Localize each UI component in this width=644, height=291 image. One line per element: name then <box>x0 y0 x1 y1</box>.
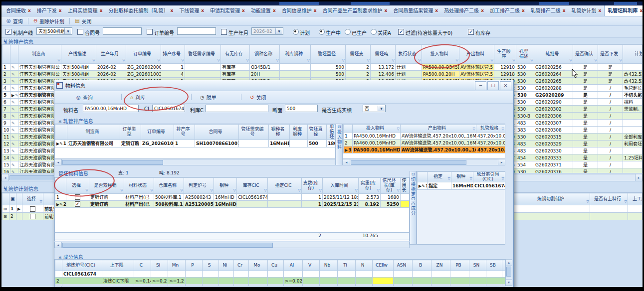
cell[interactable]: G26020308 <box>534 127 573 134</box>
cell[interactable] <box>55 271 62 278</box>
column-header[interactable]: S <box>203 260 219 271</box>
cell[interactable]: 457.20x10.00 <box>476 140 505 146</box>
filter-icon[interactable]: ▽ <box>246 59 249 63</box>
table-row[interactable]: CICL0561674 <box>55 271 506 278</box>
column-header[interactable]: Mo <box>249 260 268 271</box>
radio-plan[interactable] <box>293 29 299 35</box>
tab[interactable]: 分批取样委托编制〔轧管〕x <box>105 5 176 16</box>
chevron-down-icon[interactable]: ▼ <box>378 106 385 111</box>
column-header[interactable]: C <box>134 260 151 271</box>
column-header[interactable]: 钢种▽ <box>214 178 237 194</box>
smelt-filter-checkbox[interactable]: ✔ <box>398 29 404 35</box>
column-header[interactable]: 选择▽ <box>66 178 89 194</box>
cell[interactable]: 1 <box>302 194 323 201</box>
cell[interactable]: 是 <box>573 71 598 78</box>
cell[interactable]: >=0.2 <box>151 278 168 285</box>
cell[interactable]: AV流体输送管,5 <box>459 71 494 78</box>
filter-icon[interactable]: ▽ <box>86 189 88 193</box>
filter-icon[interactable]: ▽ <box>456 59 458 63</box>
cell[interactable]: 2 <box>344 140 353 146</box>
cell[interactable]: >=1.2 <box>168 278 186 285</box>
tab-close-icon[interactable]: x <box>563 8 566 13</box>
column-header[interactable]: 需坯吨▽ <box>371 45 396 64</box>
cell[interactable] <box>623 161 643 168</box>
filter-icon[interactable]: ▽ <box>448 177 450 181</box>
cell[interactable]: G26020264 <box>534 71 573 78</box>
cell[interactable]: 是 <box>573 78 598 85</box>
column-header[interactable]: 炼钢切割储炉▽ <box>514 193 590 205</box>
table-row[interactable]: ▶✎2✔定销订购材料产出(已508投料库.1A2512000516MnHD120… <box>55 201 410 208</box>
cell[interactable]: ✎ <box>10 134 18 141</box>
cell[interactable] <box>401 194 410 201</box>
filter-icon[interactable]: ▽ <box>531 59 533 63</box>
cell[interactable] <box>16 213 22 220</box>
cell[interactable]: CICL0561674 <box>62 271 102 278</box>
filter-icon[interactable]: ▽ <box>233 189 236 193</box>
cell[interactable]: AW流体输送管,457.20x10.00,,16MnHD,不表示 <box>401 146 476 153</box>
cell[interactable] <box>373 278 394 285</box>
column-header[interactable]: 钢种▽ <box>451 172 473 182</box>
scroll-right-icon[interactable]: ▸ <box>498 159 505 165</box>
cell[interactable]: 16MnHD <box>269 140 290 147</box>
column-header[interactable]: 投入物料▽ <box>422 45 459 64</box>
column-header[interactable]: 排产序号 <box>174 125 195 140</box>
column-header[interactable]: 轧批号▽ <box>534 45 573 64</box>
cell[interactable]: 1 <box>344 133 353 140</box>
column-header[interactable]: 实重(库存)▽ <box>359 178 381 194</box>
tab-close-icon[interactable]: x <box>599 8 602 13</box>
cell[interactable]: 指定 <box>428 182 451 189</box>
filter-icon[interactable]: ▽ <box>319 189 322 193</box>
column-header[interactable]: 订单编号▽ <box>126 45 161 64</box>
chevron-down-icon[interactable]: ▼ <box>275 28 282 34</box>
cell[interactable]: ✎ <box>10 106 18 113</box>
cell[interactable]: 7 <box>2 106 10 113</box>
column-header[interactable]: N <box>356 260 373 271</box>
cell[interactable]: / <box>598 134 623 141</box>
checkbox[interactable] <box>30 206 35 212</box>
cell[interactable]: ✎ <box>10 127 18 134</box>
cell[interactable]: / <box>598 113 623 120</box>
cell[interactable] <box>320 271 338 278</box>
cell[interactable] <box>239 140 269 147</box>
cell[interactable]: PA450.00,16MnHD <box>353 133 401 140</box>
column-header[interactable]: 成分索引码(CIC)▽ <box>473 172 505 182</box>
filter-icon[interactable]: ▽ <box>158 59 160 63</box>
contract-checkbox[interactable]: ✔ <box>77 29 83 35</box>
table-row[interactable]: 1定销订购材料产出(已508投料库.1A2508024316MnHDCICL05… <box>55 194 410 201</box>
cell[interactable]: ▶✎1 <box>418 182 428 189</box>
cell[interactable] <box>280 64 311 71</box>
tab-close-icon[interactable]: x <box>522 8 525 13</box>
tab-close-icon[interactable]: x <box>28 8 31 13</box>
cell[interactable]: SH100708661001/004 <box>195 140 239 147</box>
column-header[interactable] <box>418 172 428 182</box>
column-header[interactable]: 库存CIC▽ <box>237 178 268 194</box>
cell[interactable] <box>413 278 431 285</box>
filter-icon[interactable]: ▽ <box>121 189 123 193</box>
filter-icon[interactable]: ▽ <box>40 200 42 204</box>
cell[interactable]: 530 <box>516 78 534 85</box>
cell[interactable]: 5 <box>2 92 10 99</box>
cell[interactable]: PA500.00,20H <box>422 71 459 78</box>
cell[interactable] <box>66 194 89 201</box>
column-header[interactable]: 钢种名称▽ <box>250 45 280 64</box>
cell[interactable]: 是 <box>573 134 598 141</box>
cell[interactable] <box>290 140 308 147</box>
cell[interactable] <box>356 278 373 285</box>
filter-icon[interactable]: ▽ <box>264 189 267 193</box>
cell[interactable] <box>628 205 643 213</box>
cell[interactable]: 13.172 <box>371 64 396 71</box>
cell[interactable]: 是 <box>573 147 598 154</box>
cell[interactable]: G26020333 <box>534 154 573 161</box>
column-header[interactable]: P <box>186 260 203 271</box>
tab[interactable]: 轧管坯料利库x <box>604 5 643 16</box>
cell[interactable]: 利用套坯，按 <box>623 141 643 147</box>
tab-close-icon[interactable]: x <box>435 8 438 13</box>
minimize-button[interactable]: ─ <box>475 81 486 90</box>
order-checkbox[interactable]: ✔ <box>147 29 153 35</box>
cell[interactable]: 天淮508机组 <box>61 64 96 71</box>
cell[interactable] <box>401 201 410 208</box>
cell[interactable]: AW流体输送管,457.20x10.00,,16MnHD,不表示 <box>401 140 476 146</box>
cell[interactable] <box>219 271 234 278</box>
cell[interactable]: 457.20x10.00 <box>476 146 505 153</box>
cell[interactable]: 改432.5芯棒 <box>623 78 643 85</box>
